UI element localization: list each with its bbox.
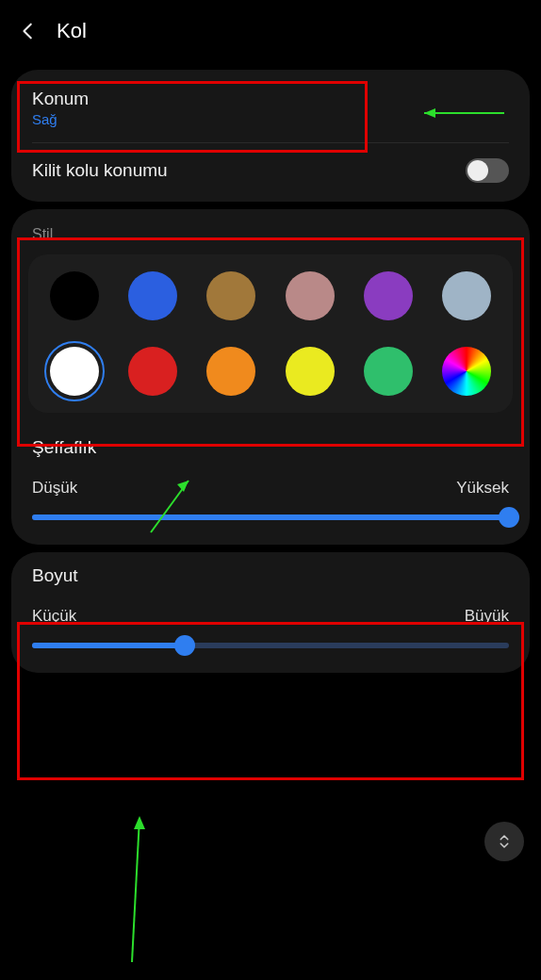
opacity-section: Şeffaflık Düşük Yüksek [11,428,530,541]
scroll-indicator-button[interactable] [484,822,524,861]
size-high-label: Büyük [465,607,509,626]
card-position: Konum Sağ Kilit kolu konumu [11,70,530,202]
lock-title: Kilit kolu konumu [32,160,168,181]
size-thumb[interactable] [174,635,195,656]
svg-line-4 [132,818,139,962]
swatch-grid [28,254,513,413]
position-value: Sağ [32,111,89,127]
chevrons-vertical-icon [496,833,513,850]
color-swatch[interactable] [364,347,413,396]
size-section: Boyut Küçük Büyük [11,556,530,669]
position-title: Konum [32,89,89,109]
color-swatch[interactable] [128,347,177,396]
color-swatch[interactable] [364,271,413,320]
opacity-slider[interactable] [32,514,509,520]
color-swatch[interactable] [286,271,335,320]
svg-marker-5 [134,816,145,829]
annotation-arrow-icon [113,807,160,967]
size-slider[interactable] [32,643,509,648]
row-lock[interactable]: Kilit kolu konumu [11,143,530,198]
row-position[interactable]: Konum Sağ [11,74,530,142]
color-swatch[interactable] [206,271,255,320]
opacity-title: Şeffaflık [32,437,509,458]
color-swatch[interactable] [128,271,177,320]
color-swatch[interactable] [442,347,491,396]
color-swatch[interactable] [50,271,99,320]
card-size: Boyut Küçük Büyük [11,552,530,673]
opacity-thumb[interactable] [499,507,519,528]
size-fill [32,643,185,648]
size-low-label: Küçük [32,607,76,626]
color-swatch[interactable] [442,271,491,320]
color-swatch[interactable] [206,347,255,396]
opacity-fill [32,514,509,520]
card-style: Stil Şeffaflık Düşük Yüksek [11,209,530,545]
color-swatch[interactable] [50,347,99,396]
style-label: Stil [11,213,530,249]
opacity-low-label: Düşük [32,479,77,498]
size-title: Boyut [32,565,509,586]
lock-toggle[interactable] [466,158,509,183]
back-icon[interactable] [17,20,40,42]
color-swatch[interactable] [286,347,335,396]
opacity-high-label: Yüksek [456,479,509,498]
page-title: Kol [57,19,87,43]
